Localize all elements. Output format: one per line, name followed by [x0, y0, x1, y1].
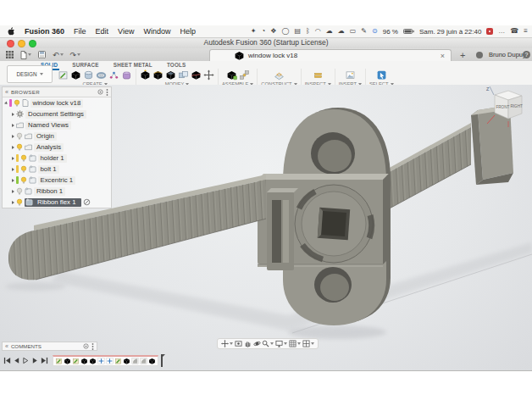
visibility-bulb-icon[interactable] [20, 165, 27, 174]
viewport-canvas[interactable]: Z FRONT RIGHT « BROWSER [0, 85, 532, 370]
siri-icon[interactable]: ⊙ [372, 28, 378, 35]
browser-item-document-settings[interactable]: Document Settings [3, 108, 111, 119]
zoom-window-button[interactable] [29, 40, 36, 47]
browser-item-label[interactable]: bolt 1 [38, 165, 59, 174]
status-icon[interactable]: ✎ [361, 28, 367, 35]
create-form-icon[interactable] [121, 69, 132, 81]
phone-icon[interactable]: ☎ [510, 28, 518, 35]
menu-window[interactable]: Window [143, 25, 170, 37]
timeline-step-forward-button[interactable] [31, 357, 39, 364]
browser-item-analysis[interactable]: Analysis [3, 142, 111, 153]
browser-item-root[interactable]: window lock v18 [3, 97, 111, 108]
browser-item-ribbon-flex[interactable]: Ribbon flex 1 [3, 197, 111, 208]
document-tab[interactable]: window lock v18 × [209, 49, 452, 61]
create-pipe-icon[interactable] [108, 69, 119, 81]
status-icon[interactable]: ◔ [261, 28, 265, 35]
collapse-panel-icon[interactable]: « [5, 342, 8, 351]
more-icon[interactable]: … [498, 28, 505, 35]
expand-arrow-icon[interactable] [12, 157, 14, 160]
square-hole[interactable] [318, 208, 350, 240]
browser-item-label[interactable]: Analysis [34, 143, 64, 152]
menubar-app-name[interactable]: Fusion 360 [25, 25, 64, 37]
menu-file[interactable]: File [74, 25, 86, 37]
pan-icon[interactable] [221, 340, 233, 347]
timeline-skip-start-button[interactable] [3, 357, 11, 364]
workspace-selector[interactable]: DESIGN [7, 65, 53, 83]
wifi-icon[interactable]: ◠ [315, 28, 321, 35]
orbit-icon[interactable] [253, 340, 261, 347]
measure-icon[interactable] [313, 69, 324, 81]
menu-help[interactable]: Help [180, 25, 196, 37]
show-data-panel-icon[interactable] [6, 51, 14, 58]
browser-item-label[interactable]: Ribbon flex 1 [35, 198, 79, 207]
password-app-icon[interactable] [486, 28, 493, 35]
browser-item-label[interactable]: Document Settings [25, 110, 86, 119]
modify-shell-icon[interactable] [165, 69, 176, 81]
select-icon[interactable] [376, 69, 387, 81]
look-at-icon[interactable] [235, 340, 242, 347]
display-settings-icon[interactable] [275, 340, 287, 347]
joint-icon[interactable] [239, 69, 250, 81]
expand-arrow-icon[interactable] [12, 135, 14, 138]
menubar-clock[interactable]: Sam. 29 juin à 22:40 [419, 28, 481, 36]
modify-fillet-icon[interactable] [152, 69, 163, 81]
timeline-fillet-feature[interactable] [140, 357, 147, 365]
cloud-icon[interactable]: ☁ [326, 28, 333, 35]
modify-combine-icon[interactable] [178, 69, 189, 81]
timeline-sketch-feature[interactable] [72, 357, 80, 365]
ground-icon[interactable] [83, 198, 91, 206]
apple-menu-icon[interactable] [8, 27, 15, 36]
viewports-icon[interactable] [302, 340, 314, 347]
timeline-extrude-feature[interactable] [64, 357, 71, 365]
collapse-panel-icon[interactable]: « [5, 88, 8, 97]
visibility-bulb-icon[interactable] [16, 132, 23, 141]
browser-item-ribbon[interactable]: Ribbon 1 [3, 186, 111, 197]
status-icon[interactable]: ❖ [270, 28, 276, 35]
expand-arrow-icon[interactable] [12, 201, 14, 204]
visibility-bulb-icon[interactable] [16, 198, 23, 207]
browser-item-label[interactable]: Named Views [25, 121, 71, 130]
timeline-sketch-feature[interactable] [55, 357, 63, 365]
close-window-button[interactable] [7, 40, 14, 47]
browser-item-excentric[interactable]: Excentric 1 [3, 175, 111, 186]
redo-icon[interactable]: ↷ [70, 51, 81, 59]
list-icon[interactable]: ≡ [524, 28, 528, 35]
visibility-bulb-icon[interactable] [20, 176, 27, 185]
panel-menu-icon[interactable] [106, 89, 108, 96]
minimize-window-button[interactable] [18, 40, 25, 47]
create-box-icon[interactable] [70, 69, 81, 81]
save-icon[interactable] [38, 51, 46, 58]
new-component-icon[interactable] [226, 69, 237, 81]
browser-item-named-views[interactable]: Named Views [3, 119, 111, 131]
timeline-step-back-button[interactable] [13, 357, 20, 364]
visibility-bulb-icon[interactable] [20, 154, 27, 163]
timeline-extrude-feature[interactable] [123, 357, 130, 365]
timeline-sketch-feature[interactable] [114, 357, 122, 365]
buckle-slot[interactable] [267, 188, 298, 270]
browser-item-label[interactable]: holder 1 [38, 154, 67, 163]
battery-percent[interactable]: 96 % [383, 28, 398, 36]
viewcube[interactable]: Z FRONT RIGHT [483, 85, 530, 131]
timeline-fillet-feature[interactable] [131, 357, 139, 365]
pan-hand-icon[interactable] [244, 340, 252, 347]
zoom-icon[interactable] [262, 340, 274, 347]
browser-item-holder[interactable]: holder 1 [3, 153, 111, 164]
browser-item-bolt[interactable]: bolt 1 [3, 164, 111, 175]
create-torus-icon[interactable] [96, 69, 107, 81]
browser-item-origin[interactable]: Origin [3, 131, 111, 142]
expand-arrow-icon[interactable] [12, 113, 14, 116]
expand-arrow-icon[interactable] [12, 168, 14, 171]
expand-arrow-icon[interactable] [12, 124, 14, 127]
selected-item-highlight[interactable]: Ribbon flex 1 [25, 198, 81, 207]
ribbon-strap-right[interactable] [386, 123, 471, 210]
help-icon[interactable]: ? [523, 51, 530, 58]
grid-snap-icon[interactable] [289, 340, 301, 347]
file-menu-icon[interactable] [20, 51, 31, 59]
timeline-extrude-feature[interactable] [89, 357, 97, 365]
expand-arrow-icon[interactable] [4, 101, 8, 105]
user-account-button[interactable]: Bruno Dupuy [489, 49, 526, 61]
timeline-skip-end-button[interactable] [41, 357, 48, 364]
menu-edit[interactable]: Edit [96, 25, 109, 37]
status-icon[interactable]: ▭ [350, 28, 357, 35]
undo-icon[interactable]: ↶ [53, 51, 64, 59]
